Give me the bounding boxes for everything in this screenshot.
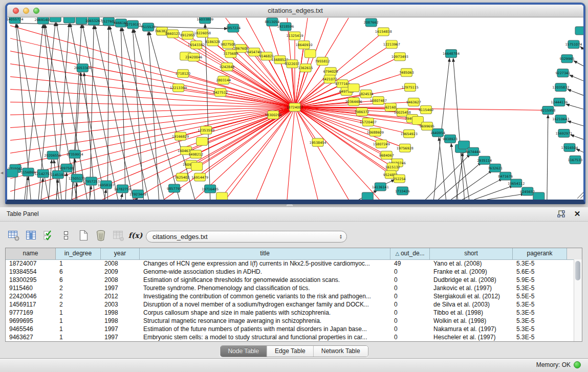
network-node[interactable]: 18226058 xyxy=(194,29,211,37)
network-node[interactable]: 15751074 xyxy=(565,40,582,49)
network-node[interactable]: 20691406 xyxy=(35,17,52,24)
network-node[interactable]: 8215958 xyxy=(540,106,555,115)
memory-status-indicator[interactable] xyxy=(574,361,581,368)
network-node[interactable]: 16154838 xyxy=(375,28,392,36)
network-node[interactable]: 7625402 xyxy=(175,173,189,181)
network-node[interactable]: 8427512 xyxy=(213,89,228,97)
select-columns-icon[interactable] xyxy=(42,229,55,242)
tab-node-table[interactable]: Node Table xyxy=(220,346,267,357)
network-node[interactable]: 15692971 xyxy=(555,129,572,137)
network-node[interactable] xyxy=(197,137,208,145)
network-node[interactable]: 12213967 xyxy=(383,40,400,49)
network-node[interactable] xyxy=(348,84,359,92)
network-node[interactable] xyxy=(216,192,228,200)
network-node[interactable]: 9474444 xyxy=(466,147,481,156)
network-node[interactable]: 7632621 xyxy=(488,164,503,172)
network-node[interactable]: 10653267 xyxy=(85,17,102,25)
network-node[interactable]: 2935114 xyxy=(477,156,492,164)
network-node[interactable] xyxy=(304,50,316,58)
network-node[interactable]: 12975115 xyxy=(402,83,419,92)
network-node[interactable]: 12923448 xyxy=(129,190,146,198)
network-node[interactable]: 19716485 xyxy=(202,185,219,193)
network-node[interactable]: 9329965 xyxy=(559,55,574,63)
tab-network-table[interactable]: Network Table xyxy=(314,346,368,357)
table-row[interactable]: 1830029562008Estimation of significance … xyxy=(6,276,574,284)
network-node[interactable]: 20053346 xyxy=(74,64,91,72)
network-node[interactable]: 16210643 xyxy=(552,115,569,123)
network-node[interactable]: 9115460 xyxy=(419,106,433,114)
network-node[interactable]: 8471676 xyxy=(498,172,513,180)
table-row[interactable]: 946362711997Embryonic stem cells: a mode… xyxy=(6,333,574,341)
column-header-title[interactable]: title xyxy=(140,248,390,259)
network-node[interactable]: 15720407 xyxy=(360,118,377,126)
network-node[interactable]: 9938923 xyxy=(443,135,458,143)
network-node[interactable]: 2718120 xyxy=(176,70,190,78)
network-node[interactable] xyxy=(362,192,373,200)
network-node[interactable] xyxy=(575,27,583,35)
row-height-icon[interactable] xyxy=(59,229,72,242)
network-node[interactable]: 8660123 xyxy=(165,30,180,38)
table-row[interactable]: 1872400712008Changes of HCN gene express… xyxy=(6,259,574,268)
network-node[interactable] xyxy=(63,17,75,23)
network-node[interactable]: 19654923 xyxy=(401,129,418,138)
vertical-scrollbar[interactable] xyxy=(574,259,582,341)
close-panel-icon[interactable]: ✕ xyxy=(573,209,582,218)
network-node[interactable]: 1362615 xyxy=(298,64,313,72)
network-node[interactable] xyxy=(50,17,61,22)
network-node[interactable]: 9777169 xyxy=(335,80,350,88)
network-node[interactable]: 7485063 xyxy=(399,69,414,77)
window-titlebar[interactable]: citations_edges.txt xyxy=(7,5,583,17)
table-row[interactable]: 969969511998Structural magnetic resonanc… xyxy=(6,317,574,325)
network-node[interactable]: 16782759 xyxy=(114,185,131,193)
network-node[interactable]: 1640954 xyxy=(430,128,445,137)
tab-edge-table[interactable]: Edge Table xyxy=(267,346,314,357)
network-node[interactable]: 12142757 xyxy=(35,169,52,178)
float-panel-icon[interactable] xyxy=(556,209,565,218)
network-node[interactable]: 8912955 xyxy=(180,31,195,39)
network-node[interactable]: 9463627 xyxy=(406,98,421,106)
network-node[interactable]: 8322037 xyxy=(285,60,300,68)
column-header-name[interactable]: name xyxy=(6,248,56,259)
create-column-icon[interactable] xyxy=(77,229,90,242)
network-node[interactable]: 252254 xyxy=(393,174,406,183)
column-header-out_degree[interactable]: △ out_de... xyxy=(390,248,430,259)
network-node[interactable]: 16033809 xyxy=(197,17,213,24)
column-header-year[interactable]: year xyxy=(101,248,140,259)
network-node[interactable]: 7515526 xyxy=(141,23,156,31)
table-settings-icon[interactable] xyxy=(7,229,20,242)
network-node[interactable]: 19538454 xyxy=(310,138,326,146)
panel-splitter-handle[interactable] xyxy=(287,205,293,207)
network-node[interactable]: 10654112 xyxy=(508,179,525,187)
table-row[interactable]: 977716911998Corpus callosum shape and si… xyxy=(6,309,574,317)
network-node[interactable]: 14136141 xyxy=(372,183,389,191)
network-node[interactable]: 16543382 xyxy=(188,41,205,49)
citation-network-graph[interactable]: 1405572420691406106532671527602646616010… xyxy=(7,17,583,200)
network-node[interactable]: 17016504 xyxy=(561,143,578,151)
network-node[interactable]: 20206556 xyxy=(45,151,61,159)
table-selector-dropdown[interactable]: citations_edges.txt ▲▼ xyxy=(146,231,347,243)
table-body[interactable]: 1872400712008Changes of HCN gene express… xyxy=(6,259,574,341)
network-node[interactable]: 9699695 xyxy=(420,122,434,130)
network-node[interactable]: 1824534 xyxy=(359,90,374,98)
network-node[interactable] xyxy=(533,192,545,200)
network-node[interactable]: 1145193 xyxy=(51,170,66,179)
network-node[interactable]: 1156869 xyxy=(21,168,36,176)
network-node[interactable]: 16914479 xyxy=(191,173,208,181)
table-row[interactable]: 911546021997Tourette syndrome. Phenomeno… xyxy=(6,284,574,292)
table-row[interactable]: 1456911722003Disruption of a novel membe… xyxy=(6,300,574,309)
network-node[interactable]: 16648784 xyxy=(443,50,460,58)
table-row[interactable]: 946554611997Estimation of the future num… xyxy=(6,325,574,333)
network-node[interactable]: 2803144 xyxy=(216,76,231,84)
network-node[interactable]: 7857224 xyxy=(226,24,241,32)
network-node[interactable]: 6794028 xyxy=(323,68,338,76)
network-node[interactable]: 14055724 xyxy=(7,17,24,24)
scrollbar-thumb[interactable] xyxy=(575,261,580,280)
network-node[interactable]: 1167533 xyxy=(568,156,582,164)
network-node[interactable]: 1615132 xyxy=(385,163,400,171)
network-node[interactable] xyxy=(191,162,203,170)
collapse-splitter-arrow-icon[interactable]: ◀ xyxy=(1,171,3,175)
column-header-short[interactable]: short xyxy=(430,248,513,259)
network-node[interactable]: 9857791 xyxy=(167,184,182,192)
network-node[interactable]: 12213399 xyxy=(170,84,187,92)
network-canvas[interactable]: 1405572420691406106532671527602646616010… xyxy=(7,17,583,200)
